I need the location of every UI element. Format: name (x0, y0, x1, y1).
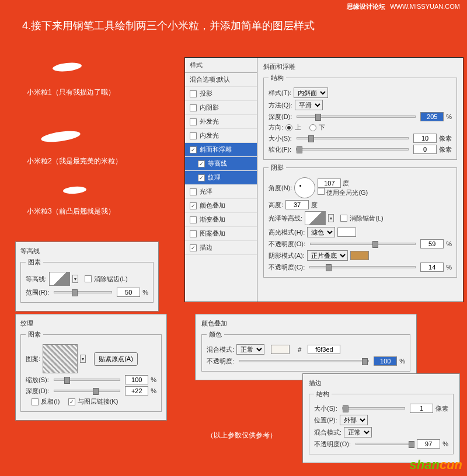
pattern-swatch[interactable] (43, 344, 78, 373)
checkbox[interactable] (198, 160, 205, 167)
highlight-mode-select[interactable]: 滤色 (307, 227, 335, 237)
gloss-contour-swatch[interactable] (305, 211, 326, 225)
checkbox[interactable] (190, 132, 197, 139)
texture-panel: 纹理 图素 图案:▾ 贴紧原点(A) 缩放(S):% 深度(D):% 反相(I)… (15, 314, 167, 421)
checkbox[interactable] (190, 104, 197, 111)
bevel-title: 斜面和浮雕 (263, 62, 457, 71)
size-slider[interactable] (297, 137, 409, 139)
rice-label-3: 小米粒3（前凸后翘就是我） (27, 206, 115, 216)
texture-elements-group: 图素 图案:▾ 贴紧原点(A) 缩放(S):% 深度(D):% 反相(I) 与图… (20, 330, 162, 412)
soften-slider[interactable] (296, 148, 409, 150)
checkbox[interactable] (198, 174, 205, 181)
rice-grain-3 (63, 186, 87, 195)
layer-style-dialog: 样式 混合选项:默认 投影 内阴影 外发光 内发光 斜面和浮雕 等高线 纹理 光… (184, 57, 463, 302)
contour-panel: 等高线 图素 等高线:▾ 消除锯齿(L) 范围(R):% (15, 242, 159, 312)
snap-origin-button[interactable]: 贴紧原点(A) (94, 352, 138, 366)
style-stroke[interactable]: 描边 (185, 241, 257, 255)
range-slider[interactable] (54, 291, 112, 293)
stroke-opacity-slider[interactable] (356, 443, 412, 445)
angle-input[interactable] (318, 178, 341, 188)
bevel-structure-group: 结构 样式(T):内斜面 方法(Q):平滑 深度(D):% 方向:上 下 大小(… (263, 74, 457, 160)
watermark: 思缘设计论坛WWW.MISSYUAN.COM (347, 2, 460, 11)
global-light-check[interactable] (318, 188, 325, 195)
invert-check[interactable] (32, 398, 39, 405)
soften-input[interactable] (413, 145, 437, 154)
stroke-size-slider[interactable] (342, 407, 405, 410)
stroke-size-input[interactable] (410, 404, 433, 413)
altitude-input[interactable] (285, 200, 309, 209)
step-title: 4.接下来用钢笔工具绘制两三个小米粒，并添加简单的图层样式 (22, 19, 315, 33)
rice-grain-1 (52, 61, 82, 72)
contour-elements-group: 图素 等高线:▾ 消除锯齿(L) 范围(R):% (20, 258, 154, 303)
scale-input[interactable] (125, 375, 148, 384)
style-satin[interactable]: 光泽 (185, 185, 257, 199)
depth-input[interactable] (420, 112, 444, 121)
style-drop-shadow[interactable]: 投影 (185, 87, 257, 101)
styles-header: 样式 (185, 58, 257, 73)
angle-dial[interactable] (294, 177, 315, 198)
checkbox[interactable] (190, 118, 197, 125)
style-gradient-overlay[interactable]: 渐变叠加 (185, 213, 257, 227)
bevel-shading-group: 阴影 角度(N): 度 使用全局光(G) 高度:度 光泽等高线:▾ 消除锯齿(L… (263, 163, 457, 278)
stroke-opacity-input[interactable] (417, 439, 440, 449)
bevel-style-select[interactable]: 内斜面 (294, 88, 328, 98)
highlight-color-swatch[interactable] (337, 228, 356, 237)
checkbox[interactable] (190, 90, 197, 97)
contour-swatch[interactable] (49, 272, 70, 286)
checkbox[interactable] (190, 188, 197, 195)
sh-opacity-input[interactable] (420, 262, 444, 272)
co-blend-select[interactable]: 正常 (236, 344, 264, 355)
watermark-logo: shancun (410, 457, 462, 473)
co-color-swatch[interactable] (271, 345, 290, 354)
color-overlay-panel: 颜色叠加 颜色 混合模式:正常 # 不透明度:% (195, 314, 417, 380)
dir-up-radio[interactable] (285, 124, 292, 131)
style-inner-glow[interactable]: 内发光 (185, 129, 257, 143)
size-input[interactable] (413, 134, 437, 143)
shadow-mode-select[interactable]: 正片叠底 (307, 250, 348, 261)
scale-slider[interactable] (54, 379, 120, 381)
style-color-overlay[interactable]: 颜色叠加 (185, 199, 257, 213)
stroke-blend-select[interactable]: 正常 (344, 427, 372, 438)
contour-dd-icon[interactable]: ▾ (72, 275, 78, 283)
stroke-position-select[interactable]: 外部 (340, 415, 368, 425)
blend-options[interactable]: 混合选项:默认 (185, 73, 257, 87)
bevel-settings: 斜面和浮雕 结构 样式(T):内斜面 方法(Q):平滑 深度(D):% 方向:上… (257, 58, 463, 302)
hex-input[interactable] (308, 345, 340, 354)
antialias-check[interactable] (340, 215, 347, 222)
stroke-panel: 描边 结构 大小(S):像素 位置(P):外部 混合模式:正常 不透明度(O):… (302, 373, 460, 463)
link-check[interactable] (68, 398, 75, 405)
checkbox[interactable] (190, 230, 197, 237)
hl-opacity-slider[interactable] (310, 243, 416, 245)
rice-grain-2 (40, 129, 81, 144)
style-bevel-emboss[interactable]: 斜面和浮雕 (185, 143, 257, 157)
style-inner-shadow[interactable]: 内阴影 (185, 101, 257, 115)
style-texture[interactable]: 纹理 (185, 171, 257, 185)
style-outer-glow[interactable]: 外发光 (185, 115, 257, 129)
tex-depth-input[interactable] (125, 386, 148, 396)
contour-dropdown-icon[interactable]: ▾ (328, 214, 334, 222)
shadow-color-swatch[interactable] (350, 251, 369, 260)
style-contour[interactable]: 等高线 (185, 157, 257, 171)
color-overlay-group: 颜色 混合模式:正常 # 不透明度:% (201, 330, 410, 372)
rice-label-1: 小米粒1（只有我描边了哦） (27, 88, 115, 97)
hl-opacity-input[interactable] (420, 239, 444, 249)
style-pattern-overlay[interactable]: 图案叠加 (185, 227, 257, 241)
co-opacity-slider[interactable] (239, 360, 369, 362)
checkbox[interactable] (190, 202, 197, 209)
contour-aa-check[interactable] (85, 275, 92, 282)
co-opacity-input[interactable] (374, 356, 397, 366)
depth-slider[interactable] (297, 116, 416, 118)
checkbox[interactable] (190, 244, 197, 251)
sh-opacity-slider[interactable] (309, 266, 416, 268)
dir-down-radio[interactable] (309, 124, 316, 131)
styles-list: 样式 混合选项:默认 投影 内阴影 外发光 内发光 斜面和浮雕 等高线 纹理 光… (185, 58, 257, 302)
checkbox[interactable] (190, 216, 197, 223)
stroke-structure-group: 结构 大小(S):像素 位置(P):外部 混合模式:正常 不透明度(O):% (309, 390, 454, 454)
checkbox[interactable] (190, 146, 197, 153)
tex-depth-slider[interactable] (54, 390, 120, 392)
bevel-technique-select[interactable]: 平滑 (295, 100, 323, 110)
pattern-dd-icon[interactable]: ▾ (80, 355, 86, 363)
footnote: （以上参数仅供参考） (207, 430, 277, 440)
rice-label-2: 小米粒2（我是最完美的米粒） (27, 156, 122, 166)
range-input[interactable] (117, 288, 140, 297)
